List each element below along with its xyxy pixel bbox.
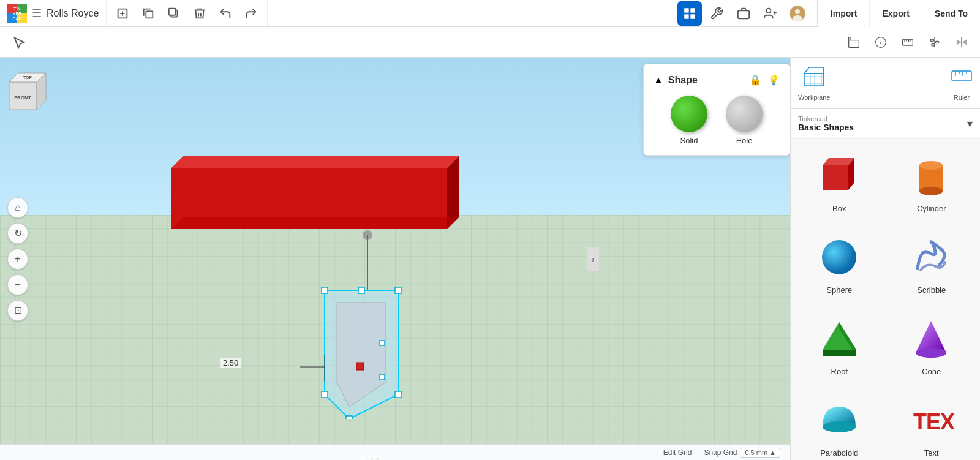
hole-option[interactable]: Hole — [726, 96, 763, 145]
measurement-250: 2.50 — [221, 358, 241, 368]
cylinder-shape-icon — [907, 151, 956, 200]
shape-item-scribble[interactable]: Scribble — [891, 228, 973, 300]
snap-grid-label: Snap Grid — [704, 448, 737, 457]
svg-rect-58 — [322, 287, 328, 293]
selected-object[interactable] — [300, 284, 410, 407]
duplicate-button[interactable] — [163, 2, 185, 25]
shape-item-text[interactable]: TEXT Text — [891, 391, 973, 460]
svg-text:FRONT: FRONT — [14, 95, 31, 100]
svg-rect-14 — [691, 8, 695, 12]
rotate-view-button[interactable]: ↻ — [7, 223, 28, 244]
shapes-library-name: Basic Shapes — [798, 123, 854, 132]
mirror-tool-button[interactable] — [951, 31, 973, 53]
svg-rect-13 — [685, 8, 688, 12]
svg-rect-65 — [380, 341, 385, 345]
shape-item-cone[interactable]: Cone — [891, 309, 973, 381]
scribble-shape-label: Scribble — [917, 285, 946, 295]
svg-rect-10 — [146, 11, 153, 18]
ruler-tool[interactable]: Ruler — [951, 65, 973, 101]
svg-marker-42 — [963, 40, 967, 44]
copy-button[interactable] — [137, 2, 159, 25]
right-toolbar — [670, 1, 817, 26]
export-button[interactable]: Export — [869, 0, 921, 27]
svg-marker-91 — [823, 350, 856, 356]
svg-text:TOP: TOP — [23, 75, 32, 80]
workplane-tool-label: Workplane — [798, 94, 830, 101]
new-button[interactable] — [111, 2, 134, 25]
shape-item-sphere[interactable]: Sphere — [798, 228, 881, 300]
right-panel-collapse-button[interactable]: › — [587, 247, 599, 271]
send-to-button[interactable]: Send To — [922, 0, 980, 27]
svg-point-18 — [766, 8, 771, 12]
workplane-tool[interactable]: Workplane — [798, 65, 830, 101]
svg-point-86 — [919, 161, 943, 170]
home-view-button[interactable]: ⌂ — [7, 197, 28, 218]
snap-value-button[interactable]: 0.5 mm ▲ — [741, 448, 780, 458]
svg-text:KER: KER — [13, 12, 22, 16]
shape-item-paraboloid[interactable]: Paraboloid — [798, 391, 881, 460]
import-button[interactable]: Import — [818, 0, 870, 27]
hole-circle — [726, 96, 763, 132]
left-controls: ⌂ ↻ + − ⊡ — [7, 197, 28, 321]
lock-icon[interactable]: 🔒 — [749, 74, 761, 86]
note-tool-button[interactable] — [870, 31, 892, 53]
snap-grid-control: Snap Grid 0.5 mm ▲ — [704, 448, 780, 458]
logo-area: TIN KER CAD ☰ Rolls Royce — [0, 0, 107, 26]
canvas-area: FRONT TOP ⌂ ↻ + − ⊡ — [0, 58, 790, 460]
red-box-object[interactable] — [153, 156, 447, 217]
shape-item-roof[interactable]: Roof — [798, 309, 881, 381]
zoom-out-button[interactable]: − — [7, 274, 28, 295]
light-icon[interactable]: 💡 — [767, 74, 780, 86]
ruler-tool-button[interactable] — [897, 31, 919, 53]
cone-shape-label: Cone — [922, 367, 941, 376]
svg-rect-59 — [395, 287, 401, 293]
svg-marker-41 — [957, 40, 961, 44]
view-controls — [843, 31, 973, 53]
svg-rect-38 — [936, 41, 939, 43]
select-tool-button[interactable] — [7, 31, 31, 54]
redo-button[interactable] — [240, 2, 262, 25]
shape-item-box[interactable]: Box — [798, 146, 881, 218]
shape-panel-collapse-button[interactable]: ▲ — [654, 75, 663, 86]
shape-panel: ▲ Shape 🔒 💡 Solid Hole — [643, 64, 790, 156]
hammer-button[interactable] — [704, 1, 729, 26]
fit-view-button[interactable]: ⊡ — [7, 300, 28, 321]
briefcase-button[interactable] — [731, 1, 756, 26]
delete-button[interactable] — [189, 2, 211, 25]
orientation-cube[interactable]: FRONT TOP — [6, 64, 55, 113]
svg-text:CAD: CAD — [12, 17, 21, 21]
edit-grid-label[interactable]: Edit Grid — [663, 448, 692, 457]
main-area: FRONT TOP ⌂ ↻ + − ⊡ — [0, 58, 980, 460]
svg-text:TIN: TIN — [13, 7, 20, 11]
grid-view-button[interactable] — [677, 1, 702, 26]
project-title[interactable]: Rolls Royce — [47, 8, 99, 19]
workplane-tool-button[interactable] — [843, 31, 865, 53]
svg-rect-62 — [346, 416, 352, 419]
solid-circle — [671, 96, 707, 132]
snap-value: 0.5 mm — [745, 449, 767, 456]
svg-rect-64 — [356, 363, 364, 370]
shape-item-cylinder[interactable]: Cylinder — [891, 146, 973, 218]
status-bar: Edit Grid Snap Grid 0.5 mm ▲ — [0, 444, 790, 460]
tinkercad-logo[interactable]: TIN KER CAD — [7, 4, 27, 23]
align-tool-button[interactable] — [924, 31, 946, 53]
document-icon[interactable]: ☰ — [32, 7, 42, 20]
zoom-in-button[interactable]: + — [7, 249, 28, 270]
roof-shape-icon — [815, 314, 864, 363]
svg-rect-63 — [358, 287, 364, 293]
text-shape-icon: TEXT — [907, 396, 956, 445]
svg-rect-12 — [169, 8, 176, 15]
shapes-library-header: Tinkercad Basic Shapes ▾ — [791, 109, 980, 139]
profile-button[interactable] — [785, 1, 810, 26]
add-user-button[interactable] — [758, 1, 783, 26]
undo-button[interactable] — [214, 2, 236, 25]
shape-panel-title: Shape — [668, 75, 698, 86]
viewport[interactable]: FRONT TOP ⌂ ↻ + − ⊡ — [0, 58, 790, 460]
shapes-library-expand-button[interactable]: ▾ — [967, 117, 973, 130]
solid-option[interactable]: Solid — [671, 96, 707, 145]
scribble-shape-icon — [907, 233, 956, 282]
workplane-icon — [803, 65, 825, 91]
box-shape-icon — [815, 151, 864, 200]
svg-rect-39 — [932, 43, 935, 45]
second-toolbar — [0, 27, 980, 58]
